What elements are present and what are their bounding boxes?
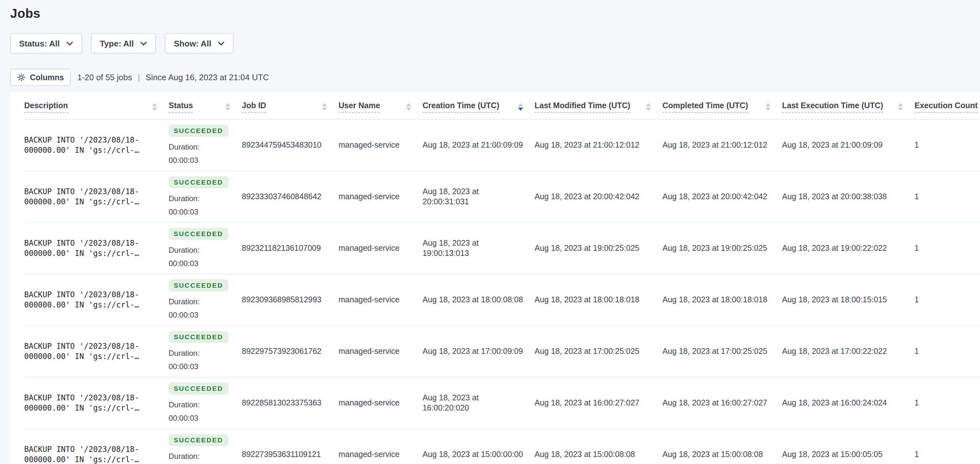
description-cell[interactable]: BACKUP INTO '/2023/08/18-000000.00' IN '… [24, 274, 169, 325]
sort-arrows-icon[interactable] [406, 103, 411, 111]
last-modified-time-value: Aug 18, 2023 at 16:00:27:027 [535, 399, 639, 407]
completed-time-value: Aug 18, 2023 at 16:00:27:027 [662, 399, 767, 407]
column-header-label[interactable]: Job ID [242, 101, 266, 113]
column-header-label[interactable]: Creation Time (UTC) [423, 101, 499, 113]
sort-asc-icon[interactable] [406, 103, 411, 106]
description-cell[interactable]: BACKUP INTO '/2023/08/18-000000.00' IN '… [24, 377, 169, 429]
user-name-cell: managed-service [339, 274, 423, 325]
description-cell[interactable]: BACKUP INTO '/2023/08/18-000000.00' IN '… [24, 222, 169, 274]
creation-time-cell: Aug 18, 2023 at 21:00:09:09 [423, 120, 535, 171]
sort-desc-icon[interactable] [406, 108, 411, 111]
column-header-execution-count[interactable]: Execution Count [915, 92, 980, 120]
column-header-user-name[interactable]: User Name [339, 92, 423, 120]
sort-desc-icon[interactable] [322, 108, 327, 111]
column-header-last-modified-time-utc[interactable]: Last Modified Time (UTC) [535, 92, 662, 120]
sort-arrows-icon[interactable] [898, 103, 903, 111]
sort-asc-icon[interactable] [322, 103, 327, 106]
last-execution-time-cell: Aug 18, 2023 at 15:00:05:05 [782, 429, 915, 464]
duration-value: 00:00:03 [169, 155, 231, 166]
column-header-label[interactable]: User Name [339, 101, 380, 113]
last-modified-time-value: Aug 18, 2023 at 21:00:12:012 [535, 141, 639, 150]
column-header-label[interactable]: Last Modified Time (UTC) [535, 101, 630, 113]
sort-arrows-icon[interactable] [322, 103, 327, 111]
column-header-completed-time-utc[interactable]: Completed Time (UTC) [662, 92, 782, 120]
status-cell: SUCCEEDEDDuration:00:00:03 [169, 325, 242, 377]
type-filter-dropdown[interactable]: Type: All [91, 33, 156, 53]
job-description-link[interactable]: BACKUP INTO '/2023/08/18-000000.00' IN '… [24, 186, 157, 207]
execution-count-value: 1 [915, 141, 919, 150]
description-cell[interactable]: BACKUP INTO '/2023/08/18-000000.00' IN '… [24, 429, 169, 464]
gear-icon [17, 73, 25, 81]
sort-asc-icon[interactable] [518, 103, 523, 106]
creation-time-value: Aug 18, 2023 at 18:00:08:08 [423, 295, 523, 304]
sort-desc-icon[interactable] [646, 108, 651, 111]
sort-desc-icon[interactable] [765, 108, 771, 111]
sort-desc-icon[interactable] [152, 108, 157, 111]
sort-asc-icon[interactable] [898, 103, 903, 106]
status-cell: SUCCEEDEDDuration:00:00:03 [169, 429, 242, 464]
status-filter-label: Status: All [19, 38, 60, 48]
sort-desc-icon[interactable] [225, 108, 231, 111]
show-filter-dropdown[interactable]: Show: All [165, 33, 234, 53]
description-cell[interactable]: BACKUP INTO '/2023/08/18-000000.00' IN '… [24, 120, 169, 171]
column-header-label[interactable]: Completed Time (UTC) [662, 101, 748, 113]
column-header-job-id[interactable]: Job ID [242, 92, 339, 120]
column-header-last-execution-time-utc[interactable]: Last Execution Time (UTC) [782, 92, 915, 120]
execution-count-value: 1 [915, 244, 919, 253]
last-execution-time-cell: Aug 18, 2023 at 17:00:22:022 [782, 325, 915, 377]
execution-count-cell: 1 [915, 325, 980, 377]
job-description-link[interactable]: BACKUP INTO '/2023/08/18-000000.00' IN '… [24, 289, 157, 310]
description-cell[interactable]: BACKUP INTO '/2023/08/18-000000.00' IN '… [24, 325, 169, 377]
column-header-label[interactable]: Last Execution Time (UTC) [782, 101, 883, 113]
completed-time-value: Aug 18, 2023 at 17:00:25:025 [662, 347, 767, 356]
creation-time-cell: Aug 18, 2023 at 18:00:08:08 [423, 274, 535, 325]
summary-divider: | [138, 73, 140, 82]
status-filter-dropdown[interactable]: Status: All [10, 33, 82, 53]
job-description-link[interactable]: BACKUP INTO '/2023/08/18-000000.00' IN '… [24, 135, 157, 156]
last-modified-time-cell: Aug 18, 2023 at 15:00:08:08 [535, 429, 662, 464]
job-id-cell: 892333037460848642 [242, 171, 339, 222]
sort-arrows-icon[interactable] [518, 103, 523, 111]
status-badge: SUCCEEDED [169, 176, 228, 188]
sort-asc-icon[interactable] [765, 103, 771, 106]
sort-desc-icon[interactable] [898, 108, 903, 111]
sort-desc-icon[interactable] [518, 108, 523, 111]
last-execution-time-cell: Aug 18, 2023 at 20:00:38:038 [782, 171, 915, 222]
sort-arrows-icon[interactable] [765, 103, 771, 111]
job-description-link[interactable]: BACKUP INTO '/2023/08/18-000000.00' IN '… [24, 392, 157, 413]
column-header-creation-time-utc[interactable]: Creation Time (UTC) [423, 92, 535, 120]
execution-count-cell: 1 [915, 120, 980, 171]
description-cell[interactable]: BACKUP INTO '/2023/08/18-000000.00' IN '… [24, 171, 169, 222]
table-row: BACKUP INTO '/2023/08/18-000000.00' IN '… [24, 171, 980, 222]
duration-value: 00:00:03 [169, 207, 231, 217]
table-row: BACKUP INTO '/2023/08/18-000000.00' IN '… [24, 274, 980, 325]
table-row: BACKUP INTO '/2023/08/18-000000.00' IN '… [24, 325, 980, 377]
sort-arrows-icon[interactable] [152, 103, 157, 111]
last-execution-time-value: Aug 18, 2023 at 17:00:22:022 [782, 347, 887, 356]
last-execution-time-cell: Aug 18, 2023 at 19:00:22:022 [782, 222, 915, 274]
columns-button[interactable]: Columns [10, 69, 71, 86]
job-id-cell: 892309368985812993 [242, 274, 339, 325]
duration-label: Duration: [169, 296, 231, 307]
status-badge: SUCCEEDED [169, 331, 228, 343]
column-header-status[interactable]: Status [169, 92, 242, 120]
sort-asc-icon[interactable] [646, 103, 651, 106]
completed-time-cell: Aug 18, 2023 at 20:00:42:042 [662, 171, 782, 222]
user-name-cell: managed-service [339, 120, 423, 171]
table-body: BACKUP INTO '/2023/08/18-000000.00' IN '… [24, 120, 980, 464]
sort-arrows-icon[interactable] [646, 103, 651, 111]
job-description-link[interactable]: BACKUP INTO '/2023/08/18-000000.00' IN '… [24, 238, 157, 259]
column-header-label[interactable]: Status [169, 101, 193, 113]
job-description-link[interactable]: BACKUP INTO '/2023/08/18-000000.00' IN '… [24, 341, 157, 362]
column-header-label[interactable]: Execution Count [915, 101, 978, 113]
creation-time-cell: Aug 18, 2023 at 20:00:31:031 [423, 171, 535, 222]
creation-time-cell: Aug 18, 2023 at 17:00:09:09 [423, 325, 535, 377]
column-header-label[interactable]: Description [24, 101, 68, 113]
creation-time-value: Aug 18, 2023 at 20:00:31:031 [423, 187, 479, 206]
sort-arrows-icon[interactable] [225, 103, 231, 111]
sort-asc-icon[interactable] [225, 103, 231, 106]
sort-asc-icon[interactable] [152, 103, 157, 106]
job-description-link[interactable]: BACKUP INTO '/2023/08/18-000000.00' IN '… [24, 444, 157, 464]
duration-label: Duration: [169, 142, 231, 152]
column-header-description[interactable]: Description [24, 92, 169, 120]
